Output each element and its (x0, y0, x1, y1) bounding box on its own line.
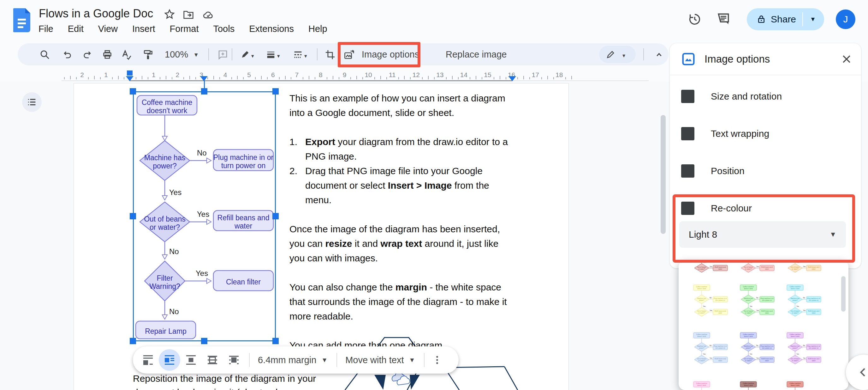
flowchart-image[interactable]: Coffee machinedoesn't workMachine haspow… (134, 92, 275, 340)
menu-tools[interactable]: Tools (208, 23, 240, 35)
recolour-thumbnail-red[interactable]: Coffee machinedoesn't workMachine haspow… (738, 260, 776, 276)
section-toggle-icon[interactable] (681, 127, 694, 140)
search-icon[interactable] (38, 48, 52, 62)
svg-text:Yes: Yes (803, 309, 806, 311)
toolbar-divider (208, 48, 209, 60)
front-text-icon[interactable] (227, 354, 240, 366)
document-scrollbar[interactable] (661, 115, 666, 234)
recolour-thumbnail-maroon[interactable]: Coffee machinedoesn't workMachine haspow… (691, 260, 730, 276)
popup-scrollbar[interactable] (841, 276, 845, 312)
selection-handle[interactable] (201, 88, 207, 94)
menu-insert[interactable]: Insert (127, 23, 160, 35)
recolour-thumbnail-purple[interactable]: Coffee machinedoesn't workMachine haspow… (784, 332, 823, 367)
behind-text-icon[interactable] (206, 354, 219, 366)
svg-text:Yes: Yes (796, 353, 799, 355)
panel-section-size-and-rotation[interactable]: Size and rotation (681, 90, 782, 103)
svg-text:Yes: Yes (169, 188, 182, 197)
svg-text:No: No (803, 344, 805, 346)
share-button[interactable]: Share ▼ (747, 8, 824, 30)
add-comment-icon[interactable] (216, 48, 230, 62)
comments-icon[interactable] (716, 12, 731, 26)
svg-text:Yes: Yes (750, 353, 752, 355)
document-title[interactable]: Flows in a Google Doc (39, 7, 153, 20)
section-toggle-icon[interactable] (681, 90, 694, 103)
zoom-select[interactable]: 100% (165, 43, 188, 65)
print-icon[interactable] (100, 48, 114, 62)
break-text-icon[interactable] (185, 354, 197, 366)
wrap-text-icon[interactable] (163, 354, 176, 366)
right-indent-marker[interactable] (508, 76, 516, 81)
move-folder-icon[interactable] (182, 9, 194, 21)
svg-text:Coffee machinedoesn't work: Coffee machinedoesn't work (743, 333, 754, 337)
svg-text:Coffee machinedoesn't work: Coffee machinedoesn't work (142, 98, 192, 115)
cloud-status-icon[interactable] (202, 9, 215, 21)
document-bottom-text[interactable]: Reposition the image of the diagram in y… (133, 372, 335, 390)
menu-extensions[interactable]: Extensions (244, 23, 299, 35)
menu-format[interactable]: Format (165, 23, 204, 35)
border-color-caret-icon: ▾ (251, 53, 254, 59)
menubar: FileEditViewInsertFormatToolsExtensionsH… (33, 23, 332, 35)
selection-handle[interactable] (272, 213, 279, 219)
paragraph: You can also change the margin - the whi… (289, 280, 515, 324)
svg-text:Clean filter: Clean filter (226, 278, 261, 286)
horizontal-ruler[interactable]: 21123456789101112131415161718 (0, 70, 669, 82)
image-toolbar-more-icon[interactable] (431, 354, 443, 366)
recolour-thumbnail-yellow[interactable]: Coffee machinedoesn't workMachine haspow… (691, 284, 730, 319)
selection-handle[interactable] (272, 338, 279, 344)
share-dropdown-caret[interactable]: ▼ (808, 16, 822, 23)
redo-icon[interactable] (81, 48, 95, 62)
svg-text:Yes: Yes (703, 305, 706, 307)
docs-logo-icon[interactable] (13, 8, 30, 32)
menu-edit[interactable]: Edit (63, 23, 89, 35)
show-outline-button[interactable] (22, 92, 42, 112)
recolour-thumbnail-dark-red[interactable]: Coffee machinedoesn't workMachine haspow… (784, 381, 823, 390)
move-with-text-dropdown[interactable]: Move with text (345, 355, 404, 365)
spellcheck-icon[interactable] (120, 48, 133, 62)
avatar[interactable]: J (836, 9, 856, 29)
toolbar-divider (317, 48, 317, 60)
line-weight-caret-icon: ▾ (277, 53, 280, 59)
menu-help[interactable]: Help (303, 23, 332, 35)
border-color-pen-icon[interactable] (238, 48, 252, 62)
recolour-thumbnail-light-blue[interactable]: Coffee machinedoesn't workMachine haspow… (691, 332, 730, 367)
replace-image-button[interactable]: Replace image (446, 43, 506, 65)
border-dash-icon[interactable] (291, 48, 305, 62)
left-indent-marker[interactable] (126, 76, 133, 81)
paint-format-icon[interactable] (142, 48, 155, 62)
first-line-indent-marker[interactable] (127, 71, 132, 76)
margin-dropdown[interactable]: 6.4mm margin (258, 355, 316, 365)
svg-text:Plug machine in orturn power o: Plug machine in orturn power on (714, 298, 727, 301)
recolour-thumbnail-cyan[interactable]: Coffee machinedoesn't workMachine haspow… (784, 284, 823, 319)
collapse-toolbar-icon[interactable] (652, 48, 666, 62)
selection-handle[interactable] (130, 88, 136, 94)
recolour-thumbnail-pink[interactable]: Coffee machinedoesn't workMachine haspow… (691, 381, 730, 390)
svg-text:No: No (756, 297, 758, 299)
edit-pen-icon[interactable] (603, 48, 617, 62)
version-history-icon[interactable] (687, 12, 702, 27)
close-panel-icon[interactable] (841, 53, 852, 65)
recolour-options-popup: Coffee machinedoesn't workMachine haspow… (679, 260, 848, 390)
panel-section-text-wrapping[interactable]: Text wrapping (681, 127, 769, 140)
recolour-thumbnail-green[interactable]: Coffee machinedoesn't workMachine haspow… (738, 284, 776, 319)
crop-icon[interactable] (323, 48, 337, 62)
selection-handle[interactable] (130, 338, 136, 344)
selection-handle[interactable] (130, 213, 136, 219)
selection-handle[interactable] (272, 88, 279, 94)
section-toggle-icon[interactable] (681, 164, 694, 177)
document-body-text[interactable]: This is an example of how you can insert… (289, 91, 515, 367)
panel-section-position[interactable]: Position (681, 164, 745, 177)
annotation-box-recolour (673, 194, 855, 262)
line-weight-icon[interactable] (264, 48, 278, 62)
svg-text:Coffee machinedoesn't work: Coffee machinedoesn't work (790, 383, 801, 386)
menu-file[interactable]: File (33, 23, 58, 35)
wrap-inline-icon[interactable] (142, 354, 154, 366)
list-item: 2.Drag that PNG image file into your Goo… (289, 164, 515, 207)
image-toolbar-divider (337, 353, 337, 367)
star-icon[interactable] (163, 8, 176, 20)
selection-handle[interactable] (201, 338, 207, 344)
recolour-thumbnail-dark-maroon[interactable]: Coffee machinedoesn't workMachine haspow… (738, 381, 776, 390)
recolour-thumbnail-indigo[interactable]: Coffee machinedoesn't workMachine haspow… (738, 332, 776, 367)
undo-icon[interactable] (60, 48, 74, 62)
recolour-thumbnail-orange[interactable]: Coffee machinedoesn't workMachine haspow… (784, 260, 823, 276)
menu-view[interactable]: View (93, 23, 123, 35)
